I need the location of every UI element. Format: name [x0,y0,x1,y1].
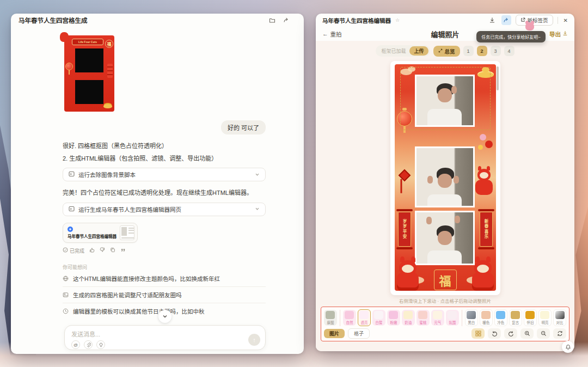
page-button-3[interactable]: 3 [491,46,501,56]
page-button-2[interactable]: 2 [477,46,487,56]
filter-contrast[interactable]: 对比 [553,309,566,326]
fu-badge: 福 [105,40,113,48]
filter-original[interactable]: 原图 [324,310,337,326]
export-button[interactable]: 导出 [549,30,568,38]
filter-vitality[interactable]: 元气 [431,310,444,326]
overview-label: 总览 [445,47,455,55]
assistant-text: 完美！四个占位符区域已成功透明化处理。现在继续生成HTML编辑器。 [63,188,266,198]
copy-icon[interactable] [110,247,115,254]
photo-strip-canvas[interactable]: 岁岁平安 新春喜乐 福 [390,61,500,295]
scroll-to-bottom-button[interactable] [158,310,171,323]
filter-cream[interactable]: 奶油 [402,310,415,326]
rotate-right-button[interactable] [504,328,517,339]
frame-placeholder-slot [75,48,103,72]
cny-frame: 岁岁平安 新春喜乐 福 [395,64,496,291]
upload-button[interactable]: 上传 [409,46,428,56]
suggestion-item[interactable]: 生成的四宫格图片能调整尺寸适配朋友圈吗 [63,287,266,303]
arrow-up-icon: ↑ [253,337,256,343]
filter-nostalgic[interactable]: 怀旧 [524,309,537,326]
suggestion-item[interactable]: 这个HTML编辑器能直接修改主题颜色吗，比如换成新年红 [63,271,266,286]
tool-run-card[interactable]: 运行生成马年春节人生四宫格编辑器网页 [63,203,266,216]
horse-decoration [468,259,496,291]
firecracker-decoration [107,64,113,78]
tab-photo[interactable]: 图片 [324,329,345,338]
chat-titlebar: 马年春节人生四宫格生成 [11,14,304,27]
filter-peach[interactable]: 蜜桃 [416,310,430,326]
blossom-decoration [478,145,483,150]
download-icon [562,30,568,37]
frame-placeholder-slot [75,80,103,104]
editor-window-title: 马年春节人生四宫格编辑器 [322,16,391,25]
terminal-icon [69,206,75,213]
star-icon[interactable]: ☆ [395,17,400,23]
bell-icon [565,344,571,350]
artifact-icon [68,227,73,232]
thumbs-down-icon[interactable] [100,247,105,254]
page-button-4[interactable]: 4 [504,46,514,56]
check-circle-icon [63,247,68,254]
couplet-text-left: 岁岁平安 [401,219,407,240]
photo-slot-2[interactable] [415,75,475,127]
filter-swatch-row: 原图 自然 透亮 白皙 粉嫩 奶油 蜜桃 元气 氛围 黑白 暖色 冷色 复古 怀… [324,309,566,326]
tab-grid[interactable]: 格子 [348,328,370,339]
strip-scrollbar[interactable] [497,66,499,90]
frame-status-label: 框架已加载 [381,47,406,54]
filter-ambience[interactable]: 氛围 [446,310,459,326]
filter-natural[interactable]: 自然 [343,310,356,326]
share-icon[interactable] [501,15,511,25]
page-button-1[interactable]: 1 [463,46,474,56]
frame-status-pill: 框架已加载 上传 [376,45,430,57]
generated-frame-image[interactable]: Life Four Cuts 福 [64,35,114,112]
conversation-title: 马年春节人生四宫格生成 [19,16,88,25]
chat-scroll-area[interactable]: Life Four Cuts 福 好的 可以了 很好. 四格框抠图（黑色占位符透… [11,27,304,354]
photo-slot-4[interactable] [415,211,475,265]
reset-button[interactable] [553,328,566,339]
couplet-scroll-right: 新春喜乐 [480,212,493,247]
fu-character: 福 [439,271,451,289]
chevron-down-icon [162,311,168,321]
terminal-icon [69,171,75,178]
assistant-text: 很好. 四格框抠图（黑色占位符透明化） [63,142,266,151]
blossom-decoration [485,140,493,148]
user-message-bubble: 好的 可以了 [221,120,266,134]
message-composer[interactable]: @ ↑ [64,325,266,350]
attachment-icon[interactable] [84,340,93,349]
artifact-status-row: 已完成 [63,247,266,254]
close-icon[interactable]: ✕ [562,17,569,23]
filter-cool[interactable]: 冷色 [494,309,507,326]
lightbulb-icon[interactable] [96,340,105,349]
zoom-in-button[interactable] [520,328,534,339]
share-icon[interactable] [283,17,290,23]
mention-icon[interactable]: @ [71,340,80,349]
quote-icon[interactable] [120,247,126,254]
message-input[interactable] [71,331,260,338]
notification-bell-button[interactable] [562,341,574,353]
filter-retro[interactable]: 复古 [509,309,522,326]
artifact-title: 马年春节人生四宫格编辑器 [68,233,117,239]
filter-pink[interactable]: 粉嫩 [387,310,400,326]
filter-bw[interactable]: 黑白 [465,309,478,326]
zoom-out-button[interactable] [537,328,550,339]
share-tooltip: 任务已完成，快分享给好友吧~ [476,31,546,42]
rotate-left-button[interactable] [488,328,501,339]
export-label: 导出 [549,30,561,38]
thumbs-up-icon[interactable] [89,247,95,254]
filter-bright[interactable]: 明亮 [538,309,552,326]
grid-select-button[interactable] [471,328,485,339]
filter-warm[interactable]: 暖色 [480,309,493,326]
horse-toy-decoration [60,32,69,42]
frame-banner-label: Life Four Cuts [72,39,103,45]
filter-translucent-selected[interactable]: 透亮 [358,309,371,326]
chevron-down-icon[interactable] [255,206,260,212]
send-button[interactable]: ↑ [248,334,260,346]
artifact-card[interactable]: 马年春节人生四宫格编辑器 [63,223,138,243]
filter-fair[interactable]: 白皙 [372,310,385,326]
chevron-down-icon[interactable] [255,172,260,178]
overview-button[interactable]: 总览 [433,46,460,57]
folder-icon[interactable] [269,17,275,23]
photo-slot-3[interactable] [415,146,475,207]
tool-run-card[interactable]: 运行去除图像背景脚本 [63,168,266,181]
download-icon[interactable] [487,15,497,25]
chinese-knot-decoration [398,169,411,182]
horse-decoration [395,259,423,291]
